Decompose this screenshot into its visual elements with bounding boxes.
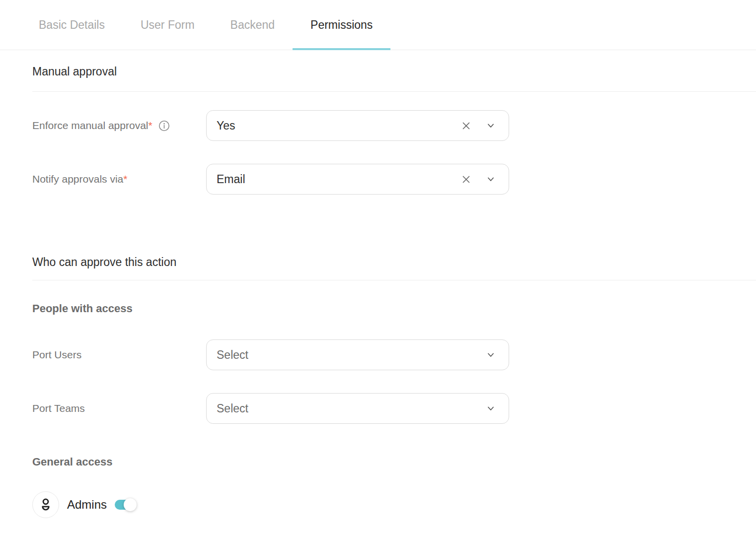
tab-permissions[interactable]: Permissions: [293, 0, 390, 50]
permissions-panel: Manual approval Enforce manual approval*…: [0, 65, 756, 533]
tab-user-form[interactable]: User Form: [123, 0, 213, 50]
admins-access-row: Admins: [32, 491, 756, 518]
required-asterisk: *: [123, 173, 127, 185]
tab-backend[interactable]: Backend: [213, 0, 293, 50]
admins-toggle[interactable]: [115, 500, 135, 510]
chevron-down-icon[interactable]: [485, 402, 497, 414]
chevron-down-icon[interactable]: [485, 173, 497, 185]
port-users-label: Port Users: [32, 349, 206, 361]
enforce-manual-approval-label: Enforce manual approval*: [32, 120, 206, 132]
avatar: [32, 491, 59, 518]
clear-icon[interactable]: [459, 119, 473, 133]
label-value: Enforce manual approval: [32, 120, 148, 131]
port-teams-select[interactable]: Select: [206, 393, 509, 424]
admins-label: Admins: [67, 498, 107, 512]
label-text: Notify approvals via*: [32, 173, 127, 185]
enforce-manual-approval-row: Enforce manual approval* Yes: [32, 110, 756, 141]
notify-approvals-label: Notify approvals via*: [32, 173, 206, 185]
port-users-row: Port Users Select: [32, 339, 756, 370]
clear-icon[interactable]: [459, 173, 473, 186]
manual-approval-section-header: Manual approval: [32, 65, 756, 92]
notify-approvals-select[interactable]: Email: [206, 164, 509, 195]
user-icon: [38, 497, 54, 513]
info-icon[interactable]: [158, 120, 170, 132]
people-with-access-heading: People with access: [32, 302, 756, 315]
selected-value: Email: [217, 173, 459, 186]
general-access-heading: General access: [32, 456, 756, 468]
select-placeholder: Select: [217, 348, 485, 362]
label-text: Enforce manual approval*: [32, 120, 152, 132]
who-can-approve-section-header: Who can approve this action: [32, 256, 756, 280]
notify-approvals-row: Notify approvals via* Email: [32, 164, 756, 195]
port-teams-row: Port Teams Select: [32, 393, 756, 424]
port-teams-label: Port Teams: [32, 402, 206, 414]
selected-value: Yes: [217, 119, 459, 133]
who-can-approve-title: Who can approve this action: [32, 256, 756, 269]
toggle-knob: [124, 498, 137, 511]
required-asterisk: *: [148, 120, 152, 131]
tab-bar: Basic Details User Form Backend Permissi…: [0, 0, 756, 50]
port-users-select[interactable]: Select: [206, 339, 509, 370]
label-value: Notify approvals via: [32, 173, 123, 185]
manual-approval-title: Manual approval: [32, 65, 756, 78]
enforce-manual-approval-select[interactable]: Yes: [206, 110, 509, 141]
tab-basic-details[interactable]: Basic Details: [21, 0, 123, 50]
chevron-down-icon[interactable]: [485, 349, 497, 361]
chevron-down-icon[interactable]: [485, 120, 497, 132]
select-placeholder: Select: [217, 402, 485, 415]
